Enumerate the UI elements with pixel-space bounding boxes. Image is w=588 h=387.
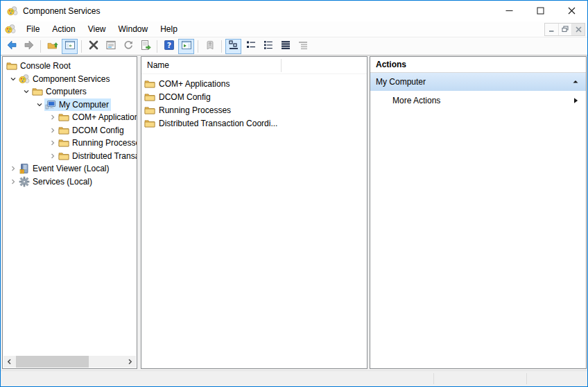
list-view-button[interactable] bbox=[260, 39, 276, 54]
status-divider bbox=[433, 373, 434, 384]
win-maximize-icon bbox=[537, 6, 544, 17]
more-actions-label: More Actions bbox=[392, 96, 572, 105]
minimize-button[interactable] bbox=[494, 1, 525, 22]
mdi-minimize-button[interactable] bbox=[545, 24, 558, 35]
menu-window[interactable]: Window bbox=[112, 22, 155, 37]
title-bar[interactable]: Component Services bbox=[1, 1, 587, 22]
tree-item-my-computer[interactable]: My Computer bbox=[3, 98, 137, 112]
console-window-icon[interactable] bbox=[5, 24, 16, 35]
chevron-down-icon[interactable] bbox=[8, 76, 18, 83]
chevron-right-icon[interactable] bbox=[8, 178, 18, 185]
up-folder-icon bbox=[47, 40, 58, 53]
chevron-down-icon[interactable] bbox=[35, 101, 44, 108]
show-action-pane-button[interactable] bbox=[178, 39, 194, 54]
actions-section-my-computer[interactable]: My Computer bbox=[370, 73, 586, 91]
node-box[interactable]: Running Processes bbox=[58, 137, 137, 149]
component-services-app-icon bbox=[7, 6, 18, 17]
menu-view[interactable]: View bbox=[82, 22, 112, 37]
chevron-right-icon[interactable] bbox=[48, 127, 58, 134]
back-icon bbox=[6, 40, 17, 53]
small-icons-view-button[interactable] bbox=[243, 39, 259, 54]
refresh-button[interactable] bbox=[120, 39, 136, 54]
list-item-dcom-config[interactable]: DCOM Config bbox=[141, 90, 367, 103]
actions-section-label: My Computer bbox=[376, 77, 572, 87]
tree-item-label: Console Root bbox=[20, 61, 71, 71]
back-button[interactable] bbox=[3, 39, 19, 54]
list-item-label: Distributed Transaction Coordi... bbox=[159, 119, 277, 128]
node-box[interactable]: Services (Local) bbox=[18, 175, 94, 188]
help-button[interactable]: ? bbox=[161, 39, 177, 54]
list-item-label: Running Processes bbox=[159, 105, 231, 115]
tree-item-console-root[interactable]: Console Root bbox=[3, 60, 137, 73]
node-box[interactable]: Component Services bbox=[18, 73, 112, 85]
actions-pane-title: Actions bbox=[370, 57, 586, 73]
filter-view-button[interactable] bbox=[295, 39, 311, 54]
chevron-down-icon[interactable] bbox=[21, 88, 31, 95]
menu-help[interactable]: Help bbox=[154, 22, 184, 37]
maximize-button[interactable] bbox=[525, 1, 556, 22]
node-box[interactable]: Console Root bbox=[6, 60, 73, 72]
node-box[interactable]: Event Viewer (Local) bbox=[18, 162, 112, 175]
scroll-left-button[interactable] bbox=[3, 356, 15, 368]
tree-item-label: Event Viewer (Local) bbox=[33, 164, 110, 173]
node-box[interactable]: COM+ Applications bbox=[58, 111, 137, 123]
mdi-close-button[interactable] bbox=[571, 24, 585, 35]
selected-node-box[interactable]: My Computer bbox=[44, 98, 111, 111]
scroll-right-icon bbox=[127, 356, 133, 367]
scrollbar-thumb[interactable] bbox=[16, 356, 89, 368]
toolbar: ? bbox=[1, 37, 587, 55]
large-icons-view-button[interactable] bbox=[225, 39, 241, 54]
tree-item-services-local[interactable]: Services (Local) bbox=[3, 175, 137, 189]
tree-item-component-services[interactable]: Component Services bbox=[3, 73, 137, 86]
scroll-left-icon bbox=[6, 356, 12, 367]
chevron-right-icon[interactable] bbox=[48, 114, 58, 121]
column-header-name[interactable]: Name bbox=[147, 57, 169, 74]
tree-item-dcom-config[interactable]: DCOM Config bbox=[3, 124, 137, 137]
actions-pane: Actions My Computer More Actions bbox=[370, 56, 587, 369]
chevron-right-icon[interactable] bbox=[48, 139, 58, 146]
tree-item-event-viewer-local[interactable]: Event Viewer (Local) bbox=[3, 162, 137, 175]
menu-file[interactable]: File bbox=[20, 22, 46, 37]
win-minimize-icon bbox=[505, 6, 513, 17]
list-item-distributed-transaction-coordi[interactable]: Distributed Transaction Coordi... bbox=[141, 117, 367, 130]
node-box[interactable]: Computers bbox=[31, 85, 89, 98]
toolbar-separator bbox=[81, 40, 82, 53]
details-view-button[interactable] bbox=[277, 39, 293, 54]
collapse-section-icon[interactable] bbox=[572, 78, 579, 85]
node-box[interactable]: Distributed Transaction Coordinator bbox=[58, 150, 137, 162]
status-bar bbox=[1, 370, 587, 386]
tree-item-com-applications[interactable]: COM+ Applications bbox=[3, 111, 137, 124]
node-box[interactable]: DCOM Config bbox=[58, 124, 126, 137]
folder-icon bbox=[58, 150, 69, 162]
chevron-right-icon[interactable] bbox=[48, 153, 58, 160]
view-large-icons-icon bbox=[228, 40, 239, 53]
list-item-com-applications[interactable]: COM+ Applications bbox=[141, 77, 367, 90]
show-console-tree-button[interactable] bbox=[62, 39, 78, 54]
toolbar-separator bbox=[40, 40, 41, 53]
results-list: COM+ ApplicationsDCOM ConfigRunning Proc… bbox=[141, 74, 367, 130]
tree-horizontal-scrollbar[interactable] bbox=[3, 356, 136, 368]
export-list-button[interactable] bbox=[137, 39, 153, 54]
list-item-running-processes[interactable]: Running Processes bbox=[141, 103, 367, 117]
chevron-right-icon[interactable] bbox=[8, 165, 18, 172]
mdi-close-icon bbox=[576, 24, 582, 35]
more-actions-item[interactable]: More Actions bbox=[370, 91, 586, 108]
menu-action[interactable]: Action bbox=[46, 22, 81, 37]
scroll-right-button[interactable] bbox=[124, 356, 136, 368]
tree-item-running-processes[interactable]: Running Processes bbox=[3, 137, 137, 150]
console-tree-pane: Console RootComponent ServicesComputersM… bbox=[2, 56, 137, 369]
up-one-level-button[interactable] bbox=[44, 39, 60, 54]
tree-item-label: Computers bbox=[46, 87, 87, 96]
delete-button[interactable] bbox=[85, 39, 101, 54]
close-button[interactable] bbox=[556, 1, 587, 22]
properties-button[interactable] bbox=[103, 39, 119, 54]
forward-button[interactable] bbox=[21, 39, 37, 54]
favorites-banner-button[interactable] bbox=[202, 39, 218, 54]
column-divider[interactable] bbox=[281, 59, 282, 72]
more-actions-arrow-icon bbox=[572, 97, 579, 104]
view-list-icon bbox=[263, 40, 274, 53]
tree-item-distributed-transaction-coordinator[interactable]: Distributed Transaction Coordinator bbox=[3, 150, 137, 163]
tree-item-computers[interactable]: Computers bbox=[3, 85, 137, 98]
mdi-restore-button[interactable] bbox=[558, 24, 571, 35]
workspace: Console RootComponent ServicesComputersM… bbox=[1, 55, 587, 370]
